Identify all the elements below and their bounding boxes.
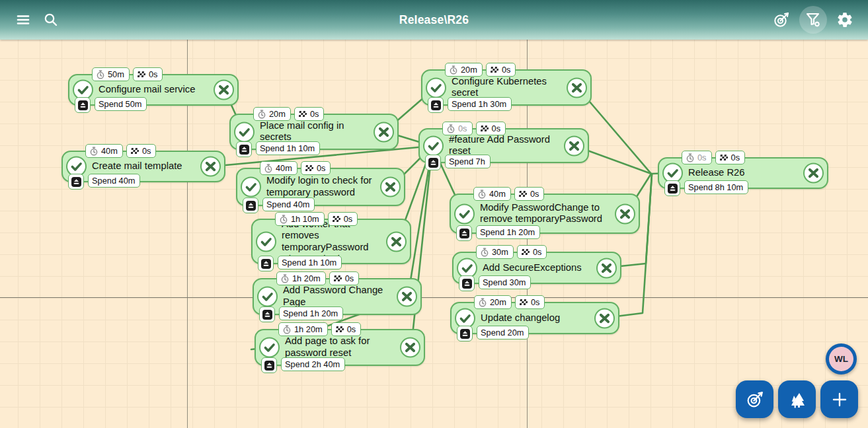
estimate-badges: 50m 0s [92, 67, 163, 81]
estimate-time-badge: 0s [682, 151, 712, 164]
deadline-badge: 0s [301, 161, 331, 175]
estimate-badges: 0s 0s [442, 122, 506, 135]
complete-task-button[interactable] [256, 231, 276, 252]
deadline-value: 0s [530, 189, 539, 199]
eject-card-icon [459, 328, 471, 339]
cancel-task-button[interactable] [397, 287, 417, 307]
task-node-update-changelog[interactable]: 20m 0s Update changelog Spend 20m [450, 302, 619, 334]
cancel-task-button[interactable] [200, 157, 221, 177]
estimate-badges: 20m 0s [445, 63, 516, 77]
spend-card-badge [428, 97, 444, 113]
spend-time-badge: Spend 7h [445, 155, 491, 168]
spend-time-value: Spend 1h 20m [283, 308, 338, 318]
task-node-feature-add-password-reset[interactable]: 0s 0s #feature Add Password reset Spend … [418, 128, 589, 163]
forest-fab-button[interactable] [778, 380, 816, 418]
complete-task-button[interactable] [423, 135, 444, 156]
task-node-modify-login-check-temporary-password[interactable]: 40m 0s Modify login to check for tempora… [236, 168, 405, 206]
search-button[interactable] [37, 6, 65, 34]
deadline-badge: 0s [126, 144, 157, 158]
spend-card-badge [68, 174, 84, 190]
checkered-flag-icon [137, 71, 146, 79]
cancel-task-button[interactable] [386, 231, 407, 252]
spend-card-badge [261, 357, 277, 373]
cancel-task-button[interactable] [596, 258, 617, 278]
estimate-time-badge: 1h 20m [276, 271, 326, 285]
eject-card-icon [239, 144, 250, 155]
spend-card-badge [243, 197, 258, 213]
spend-time-value: Spend 1h 10m [282, 258, 336, 268]
spend-time-value: Spend 1h 20m [480, 227, 535, 237]
goal-button[interactable] [768, 6, 795, 34]
estimate-time-value: 50m [108, 69, 124, 79]
cancel-task-button[interactable] [374, 122, 394, 142]
spend-time-value: Spend 40m [266, 199, 309, 209]
task-title: Add Password Change Page [283, 285, 394, 308]
deadline-badge: 0s [476, 122, 506, 135]
estimate-time-value: 20m [461, 65, 477, 75]
task-node-create-mail-template[interactable]: 40m 0s Create mail template Spend 40m [61, 151, 225, 182]
task-node-configure-mail-service[interactable]: 50m 0s Configure mail service Spend 50m [68, 74, 239, 106]
task-node-add-worker-removes-temporary-password[interactable]: 1h 10m 0s Add worker that removes tempor… [251, 219, 411, 264]
complete-task-button[interactable] [234, 122, 255, 142]
estimate-time-value: 40m [489, 189, 506, 199]
cancel-task-button[interactable] [594, 308, 615, 328]
check-icon [242, 178, 260, 197]
cancel-task-button[interactable] [567, 77, 587, 98]
spend-badges: Spend 2h 40m [261, 357, 345, 373]
checkered-flag-icon [298, 110, 307, 118]
spend-time-badge: Spend 50m [95, 97, 147, 111]
task-node-add-page-ask-password-reset[interactable]: 1h 20m 0s Add page to ask for password r… [255, 329, 425, 366]
spend-badges: Spend 30m [459, 275, 531, 291]
spend-badges: Spend 1h 20m [259, 306, 343, 322]
settings-button[interactable] [831, 6, 859, 34]
cancel-task-button[interactable] [400, 338, 420, 358]
estimate-time-value: 1h 20m [292, 273, 321, 283]
complete-task-button[interactable] [259, 338, 280, 358]
cancel-task-button[interactable] [615, 203, 635, 224]
task-node-add-password-change-page[interactable]: 1h 20m 0s Add Password Change Page Spend… [253, 278, 422, 315]
spend-badges: Spend 7h [425, 155, 491, 170]
add-fab-button[interactable] [820, 380, 858, 418]
spend-time-badge: Spend 1h 10m [278, 256, 342, 269]
filter-button[interactable] [799, 6, 827, 34]
stopwatch-icon [282, 325, 292, 334]
deadline-badge: 0s [329, 271, 360, 285]
task-node-add-secureexceptions[interactable]: 30m 0s Add SecureExceptions Spend 30m [452, 252, 621, 284]
complete-task-button[interactable] [426, 77, 446, 98]
task-node-place-mail-config-in-secrets[interactable]: 20m 0s Place mail config in secrets Spen… [229, 114, 399, 150]
complete-task-button[interactable] [257, 287, 278, 307]
stopwatch-icon [96, 70, 105, 79]
spend-badges: Spend 40m [68, 174, 140, 190]
estimate-time-value: 40m [101, 146, 118, 156]
deadline-value: 0s [533, 247, 542, 257]
x-icon [596, 309, 613, 327]
complete-task-button[interactable] [454, 203, 475, 224]
stopwatch-icon [686, 153, 695, 162]
goal-fab-button[interactable] [736, 380, 773, 418]
task-node-configure-kubernetes-secret[interactable]: 20m 0s Configure Kubernetes secret Spend… [421, 69, 592, 106]
stopwatch-icon [449, 65, 458, 75]
eject-card-icon [245, 200, 256, 211]
estimate-badges: 40m 0s [85, 144, 156, 158]
cancel-task-button[interactable] [214, 80, 234, 100]
eject-card-icon [262, 309, 273, 320]
estimate-time-badge: 50m [92, 67, 130, 81]
goal-target-icon [772, 11, 791, 29]
deadline-badge: 0s [294, 107, 325, 121]
complete-task-button[interactable] [241, 177, 261, 197]
task-node-modify-passwordchange-remove-temporary[interactable]: 40m 0s Modify PasswordChange to remove t… [450, 194, 640, 234]
cancel-task-button[interactable] [380, 177, 401, 197]
cancel-task-button[interactable] [803, 163, 824, 184]
task-node-release-r26[interactable]: 0s 0s Release R26 Spend 8h 10m [658, 157, 828, 189]
task-title: Release R26 [688, 167, 801, 179]
menu-button[interactable] [9, 6, 37, 34]
user-avatar[interactable]: WL [826, 343, 857, 374]
cancel-task-button[interactable] [564, 135, 584, 156]
estimate-time-badge: 0s [442, 122, 473, 135]
check-icon [456, 308, 474, 328]
spend-time-value: Spend 1h 10m [260, 143, 315, 153]
x-icon [381, 178, 399, 196]
spend-badges: Spend 1h 10m [258, 256, 342, 271]
estimate-badges: 30m 0s [476, 245, 547, 259]
deadline-value: 0s [347, 324, 356, 334]
